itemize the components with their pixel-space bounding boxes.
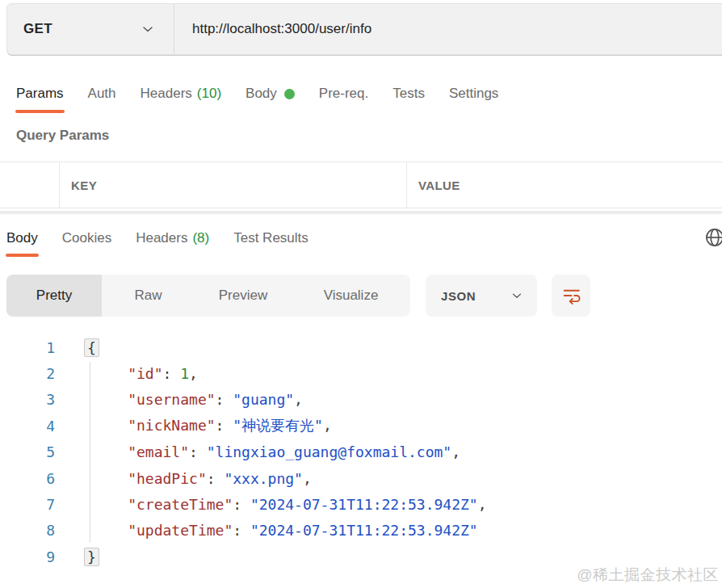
tab-headers[interactable]: Headers (10) <box>141 74 222 113</box>
line-number: 5 <box>0 443 55 460</box>
method-label: GET <box>23 21 52 37</box>
code-line-content: "username": "guang", <box>55 391 303 408</box>
code-line: 1{ <box>0 334 722 360</box>
line-number: 7 <box>0 496 55 513</box>
tab-cookies-label: Cookies <box>62 230 111 246</box>
format-select-value: JSON <box>441 289 476 303</box>
tab-pre-request-label: Pre-req. <box>319 86 368 102</box>
code-line: 8 "updateTime": "2024-07-31T11:22:53.942… <box>0 518 722 544</box>
response-body-viewer: 1{2 "id": 1,3 "username": "guang",4 "nic… <box>0 328 722 570</box>
format-select[interactable]: JSON <box>426 275 537 317</box>
headers-count-badge: (10) <box>197 86 221 102</box>
view-mode-raw[interactable]: Raw <box>102 275 195 317</box>
line-number: 8 <box>0 522 55 539</box>
url-input[interactable]: http://localhost:3000/user/info <box>174 4 722 54</box>
code-line: 6 "headPic": "xxx.png", <box>0 465 722 491</box>
tab-params-label: Params <box>16 86 64 102</box>
code-line-content: } <box>55 548 99 565</box>
response-headers-count-badge: (8) <box>192 230 209 246</box>
code-line: 7 "createTime": "2024-07-31T11:22:53.942… <box>0 491 722 517</box>
tab-params[interactable]: Params <box>16 74 64 113</box>
wrap-lines-icon <box>561 286 581 306</box>
tab-response-headers[interactable]: Headers (8) <box>136 220 209 257</box>
code-line-content: "createTime": "2024-07-31T11:22:53.942Z"… <box>55 496 487 513</box>
line-number: 2 <box>0 365 55 382</box>
line-number: 4 <box>0 418 55 435</box>
code-lines: 1{2 "id": 1,3 "username": "guang",4 "nic… <box>0 334 722 570</box>
value-column[interactable]: VALUE <box>407 162 722 208</box>
chevron-down-icon <box>140 21 156 37</box>
tab-response-body-label: Body <box>6 230 38 246</box>
view-mode-visualize[interactable]: Visualize <box>292 275 410 317</box>
view-mode-preview[interactable]: Preview <box>195 275 292 317</box>
line-number: 6 <box>0 470 55 487</box>
tab-test-results-label: Test Results <box>233 230 309 246</box>
request-url-bar: GET http://localhost:3000/user/info <box>6 3 722 55</box>
code-line: 3 "username": "guang", <box>0 387 722 413</box>
active-tab-underline <box>15 110 65 113</box>
tab-settings-label: Settings <box>449 86 498 102</box>
query-params-title: Query Params <box>16 128 109 144</box>
tab-cookies[interactable]: Cookies <box>62 220 111 257</box>
tab-settings[interactable]: Settings <box>449 74 498 113</box>
tab-tests[interactable]: Tests <box>392 74 425 113</box>
chevron-down-icon <box>510 288 524 303</box>
tab-auth-label: Auth <box>88 86 116 102</box>
code-line-content: "updateTime": "2024-07-31T11:22:53.942Z" <box>55 522 478 539</box>
tab-body[interactable]: Body <box>246 74 295 113</box>
code-line-content: "id": 1, <box>55 365 198 382</box>
active-tab-underline <box>6 254 39 257</box>
tab-body-label: Body <box>246 86 277 102</box>
tab-response-headers-label: Headers <box>136 230 187 246</box>
query-params-table: KEY VALUE <box>0 162 722 208</box>
key-column-header: KEY <box>71 178 97 192</box>
indent-guide-line <box>90 362 90 543</box>
code-line: 4 "nickName": "神说要有光", <box>0 413 722 439</box>
line-number: 9 <box>0 548 55 565</box>
globe-icon[interactable] <box>704 227 722 248</box>
tab-auth[interactable]: Auth <box>88 74 116 113</box>
request-tabs: Params Auth Headers (10) Body Pre-req. T… <box>16 74 498 113</box>
tab-tests-label: Tests <box>392 86 425 102</box>
wrap-lines-button[interactable] <box>552 275 590 317</box>
code-line: 5 "email": "lingxiao_guang@foxmail.com", <box>0 439 722 465</box>
code-line-content: "nickName": "神说要有光", <box>55 416 332 435</box>
row-select-column <box>0 162 60 208</box>
tab-test-results[interactable]: Test Results <box>233 220 309 257</box>
tab-response-body[interactable]: Body <box>6 220 38 257</box>
response-view-toolbar: Pretty Raw Preview Visualize JSON <box>6 275 590 317</box>
response-tabs: Body Cookies Headers (8) Test Results <box>6 220 309 257</box>
url-text: http://localhost:3000/user/info <box>192 21 371 37</box>
tab-headers-label: Headers <box>141 86 192 102</box>
code-line-content: "headPic": "xxx.png", <box>55 470 312 487</box>
view-mode-switch: Pretty Raw Preview Visualize <box>6 275 410 317</box>
method-selector[interactable]: GET <box>7 4 174 54</box>
tab-pre-request[interactable]: Pre-req. <box>319 74 368 113</box>
line-number: 1 <box>0 339 55 356</box>
section-divider <box>0 211 722 214</box>
key-column[interactable]: KEY <box>60 162 407 208</box>
watermark: @稀土掘金技术社区 <box>577 565 719 586</box>
view-mode-pretty[interactable]: Pretty <box>6 275 102 317</box>
body-present-dot <box>284 89 295 99</box>
value-column-header: VALUE <box>418 178 460 192</box>
code-line-content: "email": "lingxiao_guang@foxmail.com", <box>55 443 460 460</box>
line-number: 3 <box>0 391 55 408</box>
code-line: 2 "id": 1, <box>0 360 722 386</box>
code-line-content: { <box>55 339 99 356</box>
